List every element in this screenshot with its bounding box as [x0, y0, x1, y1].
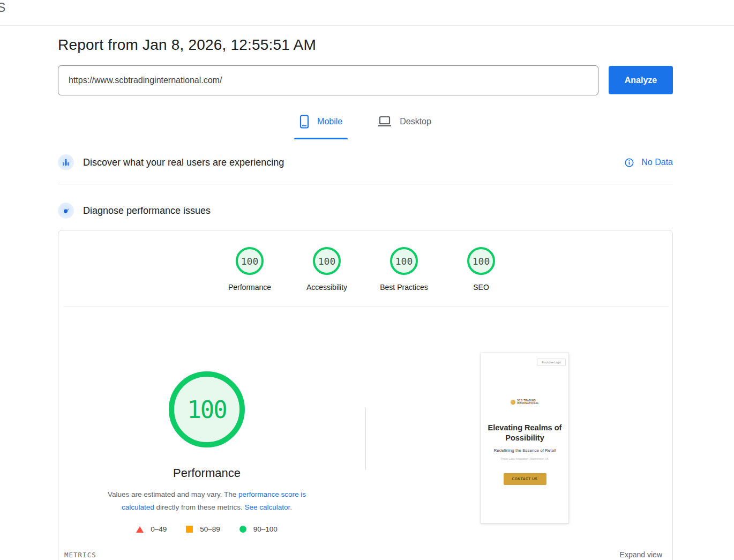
- thumb-brand-logo: SCB TRADING INTERNATIONAL: [481, 399, 568, 405]
- thumb-hero-heading: Elevating Realms of Possibility: [488, 423, 562, 443]
- performance-score-gauge: 100: [236, 247, 264, 275]
- thumb-brand-mark-icon: [511, 400, 515, 405]
- fail-triangle-icon: [136, 526, 144, 533]
- tab-desktop[interactable]: Desktop: [372, 111, 437, 139]
- analyze-button[interactable]: Analyze: [609, 66, 673, 94]
- expand-view-button[interactable]: Expand view: [620, 550, 662, 559]
- thumb-tagline: Prince Lake Innovation | Warminster, UK: [481, 457, 568, 460]
- tab-desktop-label: Desktop: [400, 117, 431, 126]
- thumb-hero-subheading: Redefining the Essence of Retail: [481, 448, 568, 453]
- category-score-performance[interactable]: 100 Performance: [223, 247, 276, 292]
- legend-average-range: 50–89: [186, 525, 220, 533]
- pass-circle-icon: [239, 526, 246, 533]
- info-icon[interactable]: [625, 158, 634, 167]
- device-tabs: Mobile Desktop: [58, 111, 673, 139]
- mobile-phone-icon: [299, 115, 309, 129]
- lighthouse-report-card: 100 Performance 100 Accessibility 100 Be…: [58, 230, 673, 560]
- card-divider: [64, 306, 668, 307]
- metrics-section-label: METRICS: [64, 551, 96, 559]
- accessibility-score-gauge: 100: [313, 247, 341, 275]
- top-app-bar: S: [0, 0, 734, 26]
- score-disclaimer-text: Values are estimated and may vary. The p…: [94, 488, 319, 514]
- main-performance-gauge: 100: [169, 371, 245, 447]
- vertical-divider: [365, 408, 366, 470]
- pass-range-label: 90–100: [253, 525, 278, 533]
- diagnose-gauge-icon: [58, 203, 74, 219]
- disclaimer-part1: Values are estimated and may vary. The: [108, 490, 238, 498]
- field-data-title: Discover what your real users are experi…: [83, 157, 284, 168]
- average-range-label: 50–89: [200, 525, 220, 533]
- average-square-icon: [186, 526, 193, 533]
- page-screenshot-thumbnail[interactable]: Employee Login SCB TRADING INTERNATIONAL…: [481, 353, 569, 524]
- best-practices-score-label: Best Practices: [377, 283, 431, 292]
- legend-fail-range: 0–49: [136, 525, 167, 533]
- section-divider: [58, 184, 673, 184]
- tab-mobile[interactable]: Mobile: [294, 111, 348, 139]
- calc-link-2[interactable]: See calculator.: [245, 503, 293, 511]
- no-data-status[interactable]: No Data: [625, 158, 673, 167]
- best-practices-score-gauge: 100: [390, 247, 418, 275]
- no-data-label: No Data: [641, 158, 673, 167]
- category-score-row: 100 Performance 100 Accessibility 100 Be…: [58, 247, 672, 292]
- thumb-contact-us-button: CONTACT US: [504, 473, 546, 485]
- real-users-chart-icon: [58, 154, 74, 170]
- main-performance-label: Performance: [100, 466, 314, 480]
- legend-pass-range: 90–100: [239, 525, 278, 533]
- category-score-best-practices[interactable]: 100 Best Practices: [377, 247, 431, 292]
- field-data-section-header: Discover what your real users are experi…: [58, 154, 673, 170]
- seo-score-gauge: 100: [467, 247, 495, 275]
- seo-score-label: SEO: [454, 283, 508, 292]
- performance-score-label: Performance: [223, 283, 276, 292]
- lab-data-section-header: Diagnose performance issues: [58, 203, 673, 219]
- pagespeed-insights-page: S Report from Jan 8, 2026, 12:55:51 AM A…: [0, 0, 734, 560]
- cropped-logo-letter: S: [0, 1, 5, 15]
- fail-range-label: 0–49: [151, 525, 167, 533]
- report-title: Report from Jan 8, 2026, 12:55:51 AM: [58, 36, 316, 54]
- tab-mobile-label: Mobile: [317, 117, 342, 126]
- accessibility-score-label: Accessibility: [300, 283, 354, 292]
- thumb-employee-login-button: Employee Login: [537, 359, 566, 366]
- url-input[interactable]: [58, 65, 598, 95]
- lab-data-title: Diagnose performance issues: [83, 205, 211, 216]
- disclaimer-part2: directly from these metrics.: [154, 503, 245, 511]
- category-score-seo[interactable]: 100 SEO: [454, 247, 508, 292]
- thumb-brand-text: SCB TRADING INTERNATIONAL: [517, 399, 539, 405]
- score-range-legend: 0–49 50–89 90–100: [100, 525, 314, 533]
- category-score-accessibility[interactable]: 100 Accessibility: [300, 247, 354, 292]
- desktop-laptop-icon: [378, 116, 392, 128]
